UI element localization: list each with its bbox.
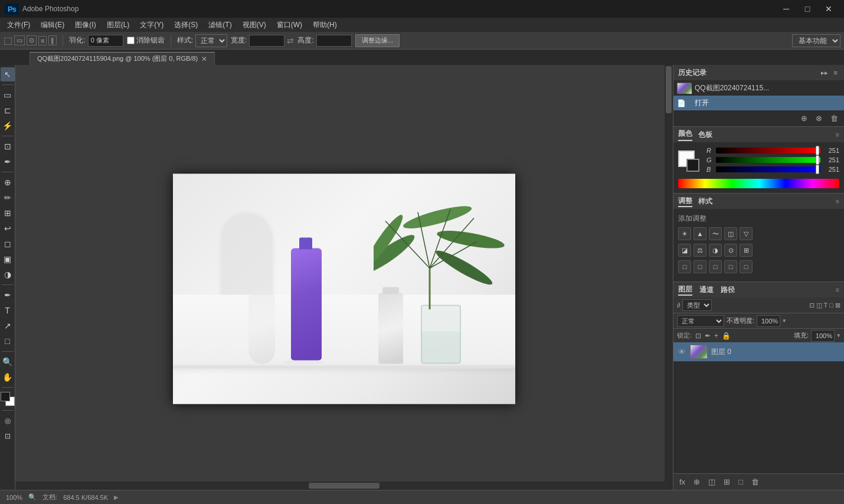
document-tab[interactable]: QQ截图20240724115904.png @ 100% (图层 0, RGB… xyxy=(30,52,215,65)
channels-tab[interactable]: 通道 xyxy=(699,285,714,295)
tool-pen[interactable]: ✒ xyxy=(1,288,15,302)
lock-position[interactable]: ✒ xyxy=(705,332,711,340)
tool-spot-heal[interactable]: ⊕ xyxy=(1,175,15,189)
layer-visibility-toggle[interactable]: 👁 xyxy=(677,347,686,356)
channel-r-thumb[interactable] xyxy=(816,146,819,155)
menu-help[interactable]: 帮助(H) xyxy=(308,19,342,31)
lock-all[interactable]: 🔒 xyxy=(722,332,731,340)
canvas-scrollbar-horizontal[interactable] xyxy=(15,482,673,490)
style-tab[interactable]: 样式 xyxy=(698,197,712,207)
tool-path-select[interactable]: ↗ xyxy=(1,319,15,333)
adjust-curves[interactable]: 〜 xyxy=(709,227,722,240)
fill-input[interactable] xyxy=(811,330,835,342)
tool-brush[interactable]: ✏ xyxy=(1,191,15,205)
anti-alias-checkbox[interactable] xyxy=(127,37,135,44)
width-input[interactable] xyxy=(249,35,284,47)
lock-artboard[interactable]: + xyxy=(714,332,718,340)
menu-window[interactable]: 窗口(W) xyxy=(272,19,307,31)
status-zoom-icon[interactable]: 🔍 xyxy=(28,493,37,501)
channel-g-thumb[interactable] xyxy=(816,155,819,165)
tab-close-button[interactable]: ✕ xyxy=(201,55,207,63)
color-swatches[interactable] xyxy=(1,392,15,406)
minimize-button[interactable]: ─ xyxy=(776,0,797,18)
tool-zoom[interactable]: 🔍 xyxy=(1,355,15,369)
tool-gradient[interactable]: ▣ xyxy=(1,252,15,266)
style-select[interactable]: 正常 xyxy=(195,34,227,47)
layer-new-button[interactable]: □ xyxy=(736,476,745,487)
workspace-select[interactable]: 基本功能 xyxy=(792,34,840,47)
opacity-input[interactable] xyxy=(757,315,780,327)
tool-move[interactable]: ↖ xyxy=(1,67,15,81)
swap-icon[interactable]: ⇄ xyxy=(287,36,294,45)
history-entry-0[interactable]: QQ截图20240724115... xyxy=(673,80,844,96)
tool-eraser[interactable]: ◻ xyxy=(1,237,15,251)
menu-select[interactable]: 选择(S) xyxy=(169,19,202,31)
tool-quick-mask[interactable]: ◎ xyxy=(1,414,15,428)
adjust-gradient-map[interactable]: □ xyxy=(724,260,737,273)
adjust-bw[interactable]: ◑ xyxy=(709,244,722,257)
canvas-scrollbar-vertical[interactable] xyxy=(665,65,673,482)
tool-dodge[interactable]: ◑ xyxy=(1,267,15,282)
layer-adjustment-button[interactable]: ◫ xyxy=(706,476,718,487)
filter-icon-smart[interactable]: ⊠ xyxy=(835,302,840,309)
color-tab[interactable]: 颜色 xyxy=(678,129,692,141)
channel-b-thumb[interactable] xyxy=(816,165,819,174)
adjust-levels[interactable]: ▲ xyxy=(693,227,706,240)
tool-marquee[interactable]: ▭ xyxy=(1,88,15,102)
color-panel-menu[interactable]: ≡ xyxy=(836,131,839,138)
tool-lasso[interactable]: ⊏ xyxy=(1,103,15,117)
fill-arrow[interactable]: ▾ xyxy=(837,332,840,339)
filter-icon-pixel[interactable]: ⊡ xyxy=(809,302,814,309)
color-background-swatch[interactable] xyxy=(686,159,699,172)
foreground-color[interactable] xyxy=(1,392,10,401)
layer-mask-button[interactable]: ⊕ xyxy=(691,476,702,487)
layers-panel-menu[interactable]: ≡ xyxy=(836,286,839,293)
adjust-threshold[interactable]: □ xyxy=(709,260,722,273)
tool-hand[interactable]: ✋ xyxy=(1,370,15,384)
tool-shape[interactable]: □ xyxy=(1,334,15,348)
menu-file[interactable]: 文件(F) xyxy=(2,19,35,31)
adjust-channelmixer[interactable]: ⊞ xyxy=(740,244,753,257)
history-create-layer[interactable]: ⊗ xyxy=(813,113,825,124)
tool-clone[interactable]: ⊞ xyxy=(1,206,15,220)
tool-type[interactable]: T xyxy=(1,303,15,318)
tool-eyedropper[interactable]: ✒ xyxy=(1,155,15,169)
ellipse-select-icon[interactable]: ⊙ xyxy=(27,35,37,45)
rect-select-icon[interactable]: ▭ xyxy=(14,35,25,45)
channel-r-slider[interactable] xyxy=(716,148,820,153)
status-arrow[interactable]: ▶ xyxy=(114,494,119,500)
history-entry-1[interactable]: 📄 打开 xyxy=(673,96,844,110)
filter-icon-type[interactable]: T xyxy=(824,302,828,309)
adjust-brightness[interactable]: ☀ xyxy=(678,227,691,240)
adjust-tab[interactable]: 调整 xyxy=(678,196,692,207)
layers-tab[interactable]: 图层 xyxy=(678,284,692,296)
history-new-snapshot[interactable]: ⊕ xyxy=(799,113,810,124)
tool-history-brush[interactable]: ↩ xyxy=(1,221,15,235)
layer-group-button[interactable]: ⊞ xyxy=(721,476,732,487)
filter-icon-adj[interactable]: ◫ xyxy=(816,302,822,309)
swatch-tab[interactable]: 色板 xyxy=(698,130,712,140)
layer-fx-button[interactable]: fx xyxy=(677,476,688,487)
filter-icon-shape[interactable]: □ xyxy=(829,302,833,309)
layer-row-0[interactable]: 👁 图层 0 xyxy=(673,342,844,362)
history-menu-icon[interactable]: ≡ xyxy=(832,68,839,77)
lock-pixel[interactable]: ⊡ xyxy=(695,332,701,340)
adjust-selective-color[interactable]: □ xyxy=(740,260,753,273)
menu-layer[interactable]: 图层(L) xyxy=(102,19,135,31)
height-input[interactable] xyxy=(316,35,352,47)
menu-type[interactable]: 文字(Y) xyxy=(135,19,168,31)
document-canvas[interactable] xyxy=(173,174,515,404)
tool-crop[interactable]: ⊡ xyxy=(1,139,15,153)
adjust-colorbalance[interactable]: ⚖ xyxy=(693,244,706,257)
layers-filter-select[interactable]: 类型 xyxy=(682,299,712,311)
blend-mode-select[interactable]: 正常 xyxy=(677,315,724,327)
adjust-exposure[interactable]: ◫ xyxy=(724,227,737,240)
tool-magic-wand[interactable]: ⚡ xyxy=(1,119,15,133)
feather-input[interactable] xyxy=(88,35,123,47)
tool-screen-mode[interactable]: ⊡ xyxy=(1,429,15,443)
row-select-icon[interactable]: ≡ xyxy=(38,36,47,45)
menu-image[interactable]: 图像(I) xyxy=(70,19,100,31)
col-select-icon[interactable]: ‖ xyxy=(48,35,57,45)
adjust-hsl[interactable]: ◪ xyxy=(678,244,691,257)
menu-edit[interactable]: 编辑(E) xyxy=(36,19,69,31)
